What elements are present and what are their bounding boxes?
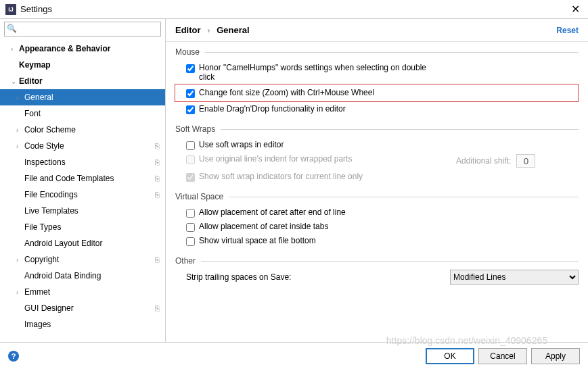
original-indent-checkbox xyxy=(186,155,195,164)
tree-item-general[interactable]: ›General xyxy=(0,89,165,105)
tree-item-emmet[interactable]: ›Emmet xyxy=(0,284,165,300)
tree-item-android-data-binding[interactable]: Android Data Binding xyxy=(0,268,165,284)
chevron-right-icon: › xyxy=(11,45,19,53)
additional-shift-input xyxy=(516,154,535,168)
help-icon[interactable]: ? xyxy=(8,351,19,362)
softwrap-indicators-checkbox xyxy=(186,173,195,182)
tree-item-label: Color Scheme xyxy=(24,125,76,134)
caret-eol-checkbox[interactable] xyxy=(186,209,195,218)
original-indent-label: Use original line's indent for wrapped p… xyxy=(199,154,429,164)
caret-tabs-checkbox[interactable] xyxy=(186,223,195,232)
tree-item-appearance-behavior[interactable]: ›Appearance & Behavior xyxy=(0,41,165,57)
tree-item-label: Keymap xyxy=(19,60,51,70)
window-title: Settings xyxy=(20,4,568,14)
virtual-bottom-checkbox[interactable] xyxy=(186,237,195,246)
tree-item-label: Emmet xyxy=(24,287,50,297)
section-virtual: Virtual Space xyxy=(175,192,223,201)
honor-camelhumps-checkbox[interactable] xyxy=(186,64,195,73)
tree-item-label: GUI Designer xyxy=(24,303,74,313)
tree-item-label: File and Code Templates xyxy=(24,174,114,183)
tree-item-editor[interactable]: ⌄Editor xyxy=(0,73,165,89)
tree-item-label: Code Style xyxy=(24,141,64,151)
tree-item-file-types[interactable]: File Types xyxy=(0,219,165,235)
section-mouse: Mouse xyxy=(175,47,200,57)
tree-item-font[interactable]: Font xyxy=(0,105,165,122)
change-font-zoom-checkbox[interactable] xyxy=(186,89,195,98)
change-font-zoom-label: Change font size (Zoom) with Ctrl+Mouse … xyxy=(199,88,429,97)
caret-eol-label: Allow placement of caret after end of li… xyxy=(199,207,429,217)
tree-item-gui-designer[interactable]: GUI Designer⎘ xyxy=(0,300,165,316)
breadcrumb: Editor › General xyxy=(175,25,250,35)
tree-item-label: Live Templates xyxy=(24,206,78,216)
apply-button[interactable]: Apply xyxy=(531,348,580,364)
tree-item-label: Copyright xyxy=(24,255,59,264)
section-other: Other xyxy=(175,256,196,266)
tree-item-code-style[interactable]: ›Code Style⎘ xyxy=(0,138,165,154)
scope-icon: ⎘ xyxy=(155,191,160,199)
chevron-right-icon: › xyxy=(16,256,24,264)
tree-item-images[interactable]: Images xyxy=(0,316,165,333)
tree-item-color-scheme[interactable]: ›Color Scheme xyxy=(0,122,165,138)
chevron-right-icon: › xyxy=(16,289,24,296)
use-softwraps-checkbox[interactable] xyxy=(186,141,195,150)
tree-item-label: Inspections xyxy=(24,157,66,167)
chevron-right-icon: › xyxy=(16,126,24,134)
caret-tabs-label: Allow placement of caret inside tabs xyxy=(199,222,429,231)
additional-shift-label: Additional shift: xyxy=(456,156,511,166)
tree-item-label: General xyxy=(24,93,53,102)
strip-spaces-label: Strip trailing spaces on Save: xyxy=(186,272,291,282)
tree-item-label: Android Data Binding xyxy=(24,271,101,280)
tree-item-label: Images xyxy=(24,320,51,329)
softwrap-indicators-label: Show soft wrap indicators for current li… xyxy=(199,172,429,181)
tree-item-keymap[interactable]: Keymap xyxy=(0,57,165,73)
tree-item-label: Editor xyxy=(19,76,43,86)
app-icon: IJ xyxy=(5,4,16,15)
scope-icon: ⎘ xyxy=(155,304,160,312)
scope-icon: ⎘ xyxy=(155,255,160,264)
scope-icon: ⎘ xyxy=(155,142,160,150)
tree-item-inspections[interactable]: Inspections⎘ xyxy=(0,154,165,170)
tree-item-label: Font xyxy=(24,109,41,118)
settings-tree: ›Appearance & BehaviorKeymap⌄Editor›Gene… xyxy=(0,39,165,342)
tree-item-copyright[interactable]: ›Copyright⎘ xyxy=(0,251,165,268)
chevron-down-icon: ⌄ xyxy=(11,78,19,85)
reset-link[interactable]: Reset xyxy=(556,26,579,35)
sidebar: 🔍 ›Appearance & BehaviorKeymap⌄Editor›Ge… xyxy=(0,19,166,342)
use-softwraps-label: Use soft wraps in editor xyxy=(199,140,429,149)
tree-item-live-templates[interactable]: Live Templates xyxy=(0,203,165,219)
tree-item-label: File Encodings xyxy=(24,190,78,199)
virtual-bottom-label: Show virtual space at file bottom xyxy=(199,236,429,245)
search-input[interactable] xyxy=(4,22,161,36)
chevron-right-icon: › xyxy=(16,143,24,150)
scope-icon: ⎘ xyxy=(155,174,160,182)
tree-item-label: Android Layout Editor xyxy=(24,239,102,248)
cancel-button[interactable]: Cancel xyxy=(478,348,527,364)
drag-drop-label: Enable Drag'n'Drop functionality in edit… xyxy=(199,104,429,114)
tree-item-file-encodings[interactable]: File Encodings⎘ xyxy=(0,187,165,203)
tree-item-file-and-code-templates[interactable]: File and Code Templates⎘ xyxy=(0,170,165,187)
strip-spaces-select[interactable]: Modified Lines xyxy=(450,270,579,285)
tree-item-label: Appearance & Behavior xyxy=(19,44,110,53)
tree-item-label: File Types xyxy=(24,222,61,232)
ok-button[interactable]: OK xyxy=(426,348,474,364)
scope-icon: ⎘ xyxy=(155,158,160,166)
search-icon: 🔍 xyxy=(7,24,17,33)
tree-item-android-layout-editor[interactable]: Android Layout Editor xyxy=(0,235,165,251)
drag-drop-checkbox[interactable] xyxy=(186,105,195,114)
close-icon[interactable]: ✕ xyxy=(568,3,583,16)
section-softwraps: Soft Wraps xyxy=(175,124,215,134)
chevron-right-icon: › xyxy=(16,94,24,101)
honor-camelhumps-label: Honor "CamelHumps" words settings when s… xyxy=(199,63,429,82)
